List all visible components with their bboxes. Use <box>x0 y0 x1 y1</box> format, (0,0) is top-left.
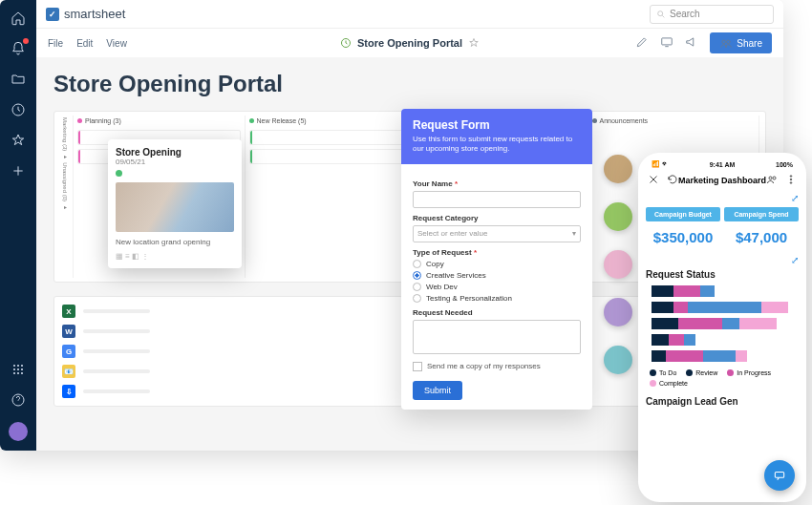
menu-bar: File Edit View Store Opening Portal Shar… <box>36 29 783 57</box>
user-avatar[interactable] <box>9 422 28 441</box>
left-nav-rail <box>0 0 36 451</box>
collaborator-avatar[interactable] <box>604 250 632 279</box>
submit-button[interactable]: Submit <box>413 381 462 400</box>
column-header[interactable]: Announcements <box>592 117 756 124</box>
field-label: Request Category <box>413 214 581 222</box>
apps-icon[interactable] <box>10 361 27 378</box>
board-side-labels: Marketing (3) ▸ Unassigned (0) ▸ <box>60 116 74 278</box>
mobile-preview: 📶 ᯤ 9:41 AM 100% Marketing Dashboard ⤢ C… <box>638 153 806 502</box>
card-detail-popover: Store Opening 09/05/21 New location gran… <box>108 139 242 268</box>
collaborator-avatar[interactable] <box>604 298 632 326</box>
collaborator-avatar[interactable] <box>604 202 632 231</box>
svg-point-14 <box>722 40 726 44</box>
bar-row <box>652 318 799 329</box>
svg-point-4 <box>13 368 15 370</box>
category-select[interactable]: Select or enter value▾ <box>413 225 581 242</box>
column-header[interactable]: New Release (5) <box>249 117 413 124</box>
form-desc: Use this form to submit new requests rel… <box>413 135 581 155</box>
document-title: Store Opening Portal <box>340 37 480 49</box>
file-list-left: XWG📧⇩ <box>53 296 403 407</box>
popover-image <box>116 182 234 232</box>
notifications-icon[interactable] <box>10 40 27 57</box>
expand-icon[interactable]: ⤢ <box>646 255 799 265</box>
bar-chart <box>646 285 799 362</box>
chat-fab[interactable] <box>764 460 795 491</box>
svg-point-15 <box>727 40 731 44</box>
svg-rect-21 <box>775 473 783 478</box>
svg-point-8 <box>17 372 19 374</box>
svg-point-1 <box>13 365 15 367</box>
top-bar: ✓ smartsheet Search <box>36 0 783 29</box>
battery-icon: 100% <box>776 161 793 168</box>
add-icon[interactable] <box>10 162 27 179</box>
recent-icon[interactable] <box>10 101 27 118</box>
close-icon[interactable] <box>648 174 659 187</box>
radio-option[interactable]: Creative Services <box>413 271 581 280</box>
kpi-tab[interactable]: Campaign Spend <box>724 207 799 221</box>
help-icon[interactable] <box>10 391 27 409</box>
expand-icon[interactable]: ⤢ <box>646 193 799 203</box>
svg-point-6 <box>21 368 23 370</box>
section-title: Campaign Lead Gen <box>646 396 799 407</box>
status-pip <box>116 170 122 177</box>
svg-point-11 <box>658 11 663 15</box>
radio-option[interactable]: Testing & Personalization <box>413 294 581 303</box>
home-icon[interactable] <box>10 10 27 27</box>
phone-time: 9:41 AM <box>710 161 736 168</box>
refresh-icon[interactable] <box>667 174 678 187</box>
folder-icon[interactable] <box>10 71 27 88</box>
legend-item: Review <box>686 369 717 376</box>
svg-point-17 <box>773 177 776 179</box>
column-header[interactable]: Planning (3) <box>77 117 241 124</box>
edit-icon[interactable] <box>635 35 651 51</box>
svg-point-18 <box>790 176 792 178</box>
present-icon[interactable] <box>660 35 675 51</box>
name-input[interactable] <box>413 191 581 208</box>
file-item[interactable]: X <box>62 305 395 318</box>
share-button[interactable]: Share <box>710 32 772 53</box>
bar-row <box>652 302 799 313</box>
svg-point-9 <box>21 372 23 374</box>
file-item[interactable]: ⇩ <box>62 385 395 398</box>
menu-edit[interactable]: Edit <box>76 38 93 49</box>
legend-item: Complete <box>650 380 688 387</box>
phone-title: Marketing Dashboard <box>678 176 766 185</box>
menu-file[interactable]: File <box>48 38 63 49</box>
copy-checkbox[interactable]: Send me a copy of my responses <box>413 362 581 371</box>
bar-row <box>652 350 799 362</box>
svg-rect-13 <box>662 38 673 45</box>
brand-logo[interactable]: ✓ smartsheet <box>46 7 125 21</box>
collaborators <box>604 155 632 374</box>
search-input[interactable]: Search <box>650 5 774 24</box>
popover-toolbar[interactable]: ▦ ≡ ◧ ⋮ <box>116 252 234 261</box>
field-label: Request Needed <box>413 308 581 317</box>
legend-item: To Do <box>650 369 676 376</box>
form-title: Request Form <box>413 118 581 132</box>
collaborator-avatar[interactable] <box>604 155 632 183</box>
popover-date: 09/05/21 <box>116 158 234 166</box>
menu-view[interactable]: View <box>106 38 127 49</box>
kpi-tab[interactable]: Campaign Budget <box>646 207 720 221</box>
announce-icon[interactable] <box>685 35 700 51</box>
favorites-icon[interactable] <box>10 132 27 149</box>
svg-point-5 <box>17 368 19 370</box>
page-title: Store Opening Portal <box>53 71 766 97</box>
collaborator-avatar[interactable] <box>604 346 632 374</box>
kpi-value: $47,000 <box>724 229 799 245</box>
svg-point-2 <box>17 365 19 367</box>
file-item[interactable]: 📧 <box>62 365 395 378</box>
signal-icon: 📶 ᯤ <box>652 160 669 168</box>
more-icon[interactable] <box>785 174 797 187</box>
chart-legend: To DoReviewIn ProgressComplete <box>646 369 799 392</box>
board-card[interactable] <box>249 149 413 164</box>
legend-item: In Progress <box>727 369 771 376</box>
radio-option[interactable]: Web Dev <box>413 283 581 291</box>
file-item[interactable]: G <box>62 345 395 358</box>
radio-option[interactable]: Copy <box>413 260 581 268</box>
board-card[interactable] <box>249 130 413 145</box>
file-item[interactable]: W <box>62 325 395 338</box>
popover-caption: New location grand opening <box>116 238 234 246</box>
people-icon[interactable] <box>766 174 778 187</box>
bar-row <box>652 334 799 346</box>
needed-textarea[interactable] <box>413 320 581 354</box>
